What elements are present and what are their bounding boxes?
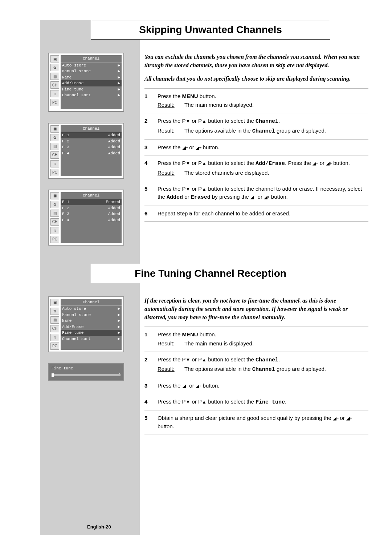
tv-icon: ▣: [50, 55, 59, 62]
divider: [144, 378, 368, 378]
step-text: Press the MENU button.: [158, 331, 368, 339]
step-5: 5 Press the P▼ or P▲ button to select th…: [144, 184, 368, 203]
ch-num: P 2: [62, 138, 69, 145]
menu-channel-sort: Channel sort▶: [61, 92, 122, 98]
ch-num: P 4: [62, 217, 69, 223]
ant-icon: ⎍: [50, 160, 59, 167]
tools-icon: ✿: [50, 201, 59, 208]
result-label: Result:: [158, 366, 178, 373]
menu-arrow-icon: ▶: [118, 86, 120, 93]
menu-label: Add/Erase: [62, 80, 83, 86]
skip-intro-1: You can exclude the channels you chosen …: [144, 53, 368, 69]
divider: [144, 410, 368, 410]
osd-title: Channel: [61, 299, 122, 306]
ch-icon: CH: [50, 325, 59, 332]
menu-arrow-icon: ▶: [118, 68, 120, 74]
step-text: Obtain a sharp and clear picture and goo…: [158, 414, 368, 430]
ch-icon: CH: [50, 81, 59, 89]
menu-arrow-icon: ▶: [118, 306, 120, 312]
result-line: Result:The main menu is displayed.: [144, 340, 368, 349]
ant-icon: ⎍: [50, 90, 59, 97]
fine-intro: If the reception is clear, you do not ha…: [144, 296, 368, 322]
ch-row: P 3Added: [61, 144, 122, 150]
tv-icon: ▣: [50, 192, 59, 199]
menu-arrow-icon: ▶: [118, 324, 120, 330]
menu-fine-tune: Fine tune▶: [61, 86, 122, 93]
result-text: The options available in the Channel gro…: [184, 366, 368, 373]
step-num: 2: [144, 117, 151, 126]
step-num: 2: [144, 356, 151, 365]
pc-icon: PC: [50, 343, 59, 350]
menu-auto-store: Auto store▶: [61, 306, 122, 312]
menu-label: Fine tune: [62, 86, 83, 93]
osd-title: Channel: [61, 192, 122, 199]
erased-term: Erased: [191, 194, 211, 200]
adderase-term: Add/Erase: [256, 161, 285, 167]
ch-status: Added: [108, 217, 120, 223]
ch-row-selected: P 1Erased: [61, 199, 122, 205]
menu-arrow-icon: ▶: [118, 62, 120, 69]
result-text: The options available in the Channel gro…: [184, 127, 368, 134]
ch-num: P 2: [62, 205, 69, 211]
step-text: Press the P▼ or P▲ button to select the …: [158, 356, 368, 365]
divider: [144, 181, 368, 181]
step-num: 5: [144, 185, 151, 202]
doc-icon: ▤: [50, 143, 59, 150]
menu-arrow-icon: ▶: [118, 330, 120, 336]
step-text: Press the P▼ or P▲ button to select the …: [158, 185, 368, 202]
step-text: Repeat Step 5 for each channel to be add…: [158, 210, 368, 218]
result-line: Result:The options available in the Chan…: [144, 365, 368, 375]
ch-status: Added: [108, 144, 120, 150]
page-content: Skipping Unwanted Channels ▣ ✿ ▤ CH ⎍ PC…: [40, 20, 372, 437]
menu-channel-sort: Channel sort▶: [61, 336, 122, 342]
step-text: Press the P▼ or P▲ button to select the …: [158, 159, 368, 168]
step-1: 1 Press the MENU button.: [144, 330, 368, 340]
osd-icon-column: ▣ ✿ ▤ CH ⎍ PC: [50, 125, 59, 176]
osd-channel-list-erased: ▣ ✿ ▤ CH ⎍ PC Channel P 1Erased P 2Added…: [48, 190, 124, 246]
osd-icon-column: ▣ ✿ ▤ CH ⎍ PC: [50, 299, 59, 350]
menu-label: Fine tune: [62, 330, 83, 336]
channel-term: Channel: [256, 118, 278, 125]
step-num: 1: [144, 331, 151, 339]
divider: [144, 139, 368, 140]
ch-num: P 4: [62, 150, 69, 157]
osd-body: Channel Auto store▶ Manual store▶ Name▶ …: [61, 55, 122, 109]
doc-icon: ▤: [50, 210, 59, 217]
ch-status: Added: [108, 150, 120, 157]
doc-icon: ▤: [50, 316, 59, 324]
osd-body: Channel P 1Added P 2Added P 3Added P 4Ad…: [61, 125, 122, 176]
osd-body: Channel P 1Erased P 2Added P 3Added P 4A…: [61, 192, 122, 243]
step-num: 6: [144, 210, 151, 218]
skip-text: You can exclude the channels you chosen …: [144, 53, 372, 246]
step-3: 3 Press the ◢− or ◢+ button.: [144, 381, 368, 391]
skip-section: ▣ ✿ ▤ CH ⎍ PC Channel Auto store▶ Manual…: [40, 53, 372, 246]
doc-icon: ▤: [50, 73, 59, 80]
step-2: 2 Press the P▼ or P▲ button to select th…: [144, 355, 368, 365]
manual-page: Skipping Unwanted Channels ▣ ✿ ▤ CH ⎍ PC…: [0, 0, 392, 555]
menu-arrow-icon: ▶: [118, 336, 120, 342]
tools-icon: ✿: [50, 134, 59, 141]
tools-icon: ✿: [50, 308, 59, 315]
ant-icon: ⎍: [50, 334, 59, 341]
menu-name: Name▶: [61, 318, 122, 324]
divider: [144, 434, 368, 434]
ch-icon: CH: [50, 218, 59, 226]
added-term: Added: [167, 194, 183, 200]
menu-label: Name: [62, 74, 72, 81]
result-label: Result:: [158, 102, 178, 108]
finetune-knob: [52, 373, 54, 377]
step-3: 3 Press the ◢− or ◢+ button.: [144, 143, 368, 153]
step-text: Press the P▼ or P▲ button to select the …: [158, 398, 368, 407]
ch-row: P 3Added: [61, 211, 122, 217]
step-text: Press the ◢− or ◢+ button.: [158, 143, 368, 152]
step-2: 2 Press the P▼ or P▲ button to select th…: [144, 116, 368, 127]
menu-arrow-icon: ▶: [118, 318, 120, 324]
skip-screenshots: ▣ ✿ ▤ CH ⎍ PC Channel Auto store▶ Manual…: [48, 53, 131, 246]
step-4: 4 Press the P▼ or P▲ button to select th…: [144, 397, 368, 408]
menu-name: Name▶: [61, 74, 122, 81]
divider: [144, 206, 368, 206]
result-line: Result:The options available in the Chan…: [144, 127, 368, 137]
tv-icon: ▣: [50, 125, 59, 133]
ch-status: Added: [108, 138, 120, 145]
fine-text: If the reception is clear, you do not ha…: [144, 296, 372, 438]
